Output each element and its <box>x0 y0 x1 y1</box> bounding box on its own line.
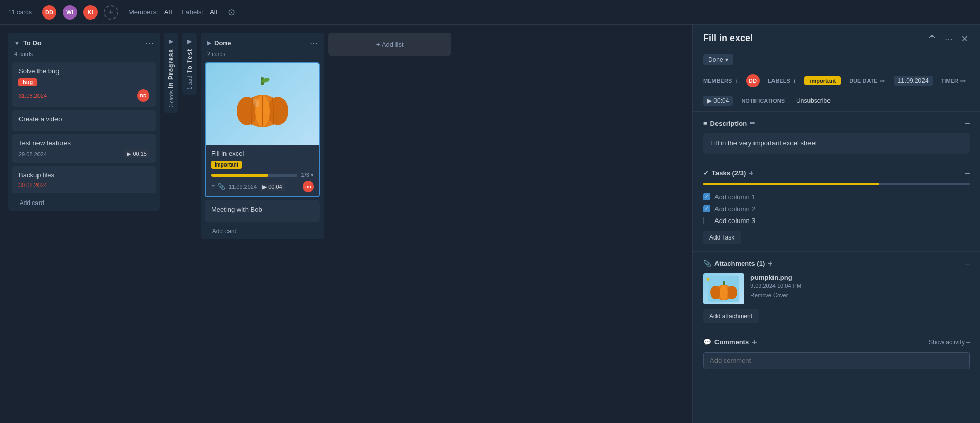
task-text-3: Add column 3 <box>714 217 756 225</box>
column-todo: ▼ To Do ⋯ 4 cards Solve the bug bug 31.0… <box>8 33 160 211</box>
tasks-check-icon: ✓ <box>703 169 709 177</box>
card-meeting-bob[interactable]: Meeting with Bob <box>205 200 320 222</box>
unsubscribe-button[interactable]: Unsubscribe <box>793 96 834 106</box>
add-list-label: + Add list <box>376 41 403 48</box>
meta-timer-label: TIMER <box>941 78 958 84</box>
tasks-title: Tasks (2/3) <box>712 169 746 177</box>
task-checkbox-2[interactable] <box>703 205 710 212</box>
github-icon[interactable]: ⊙ <box>228 7 235 18</box>
card-create-video[interactable]: Create a video <box>12 110 156 131</box>
collapse-arrow-todo[interactable]: ▼ <box>14 40 20 46</box>
collapse-arrow-done[interactable]: ▶ <box>207 40 211 46</box>
meta-members: MEMBERS + <box>703 77 738 85</box>
comments-add-icon[interactable]: + <box>752 338 757 347</box>
meta-members-add[interactable]: + <box>734 77 738 85</box>
attachments-add-icon[interactable]: + <box>768 259 772 268</box>
add-card-done[interactable]: + Add card <box>201 224 324 239</box>
meta-avatar-dd: DD <box>746 74 760 87</box>
comments-title-text: Comments <box>714 338 749 346</box>
attachments-collapse[interactable]: – <box>965 259 970 268</box>
add-card-todo[interactable]: + Add card <box>8 195 160 211</box>
add-task-button[interactable]: Add Task <box>703 231 741 244</box>
detail-delete-button[interactable]: 🗑 <box>926 33 938 45</box>
description-title: Description <box>710 120 747 127</box>
card-backup-files-date: 30.08.2024 <box>18 182 47 188</box>
tasks-progress-fill <box>703 183 879 185</box>
column-done: ▶ Done ⋯ 2 cards <box>201 33 324 239</box>
tasks-collapse[interactable]: – <box>965 169 970 178</box>
task-checkbox-3[interactable] <box>703 217 710 224</box>
card-test-features-date: 29.08.2024 <box>18 151 47 157</box>
meta-due-date-edit[interactable]: ✏ <box>880 77 885 85</box>
svg-point-4 <box>268 97 288 125</box>
detail-more-button[interactable]: ⋯ <box>943 33 955 45</box>
card-test-features[interactable]: Test new features 29.08.2024 ▶ 00:15 <box>12 134 156 163</box>
comments-header: 💬 Comments + Show activity – <box>693 330 980 352</box>
thumb-star-icon: ★ <box>705 275 711 283</box>
task-text-2: Add column 2 <box>714 205 756 213</box>
meta-label-important[interactable]: important <box>804 76 841 85</box>
add-comment-input[interactable] <box>703 352 970 369</box>
detail-close-button[interactable]: ✕ <box>959 33 970 45</box>
card-fill-in-excel[interactable]: Fill in excel important 2/3 ▾ <box>205 62 320 197</box>
detail-header-actions: 🗑 ⋯ ✕ <box>926 33 970 45</box>
to-test-title: To Test <box>186 49 193 73</box>
card-attach-icon: 📎 <box>218 183 225 190</box>
card-featured-timer: ▶ 00:04 <box>260 183 285 191</box>
show-activity-button[interactable]: Show activity – <box>929 339 970 346</box>
labels-filter[interactable]: All <box>210 8 217 16</box>
card-fill-in-excel-image <box>206 63 319 145</box>
status-done-badge[interactable]: Done ▾ <box>703 54 733 65</box>
in-progress-count: 3 cards <box>168 90 174 107</box>
card-featured-avatar: DD <box>303 181 314 192</box>
to-test-count: 1 card <box>187 76 193 90</box>
avatar-dd-card: DD <box>137 89 149 102</box>
meta-due-date: DUE DATE ✏ <box>849 77 885 85</box>
description-collapse[interactable]: – <box>965 119 970 128</box>
tasks-add-icon[interactable]: + <box>749 169 753 178</box>
column-done-count: 2 cards <box>201 51 324 60</box>
card-fill-in-excel-body: Fill in excel important 2/3 ▾ <box>206 145 319 196</box>
card-solve-bug-title: Solve the bug <box>18 67 149 75</box>
in-progress-title: In Progress <box>167 49 175 88</box>
detail-meta-row: MEMBERS + DD LABELS + important DUE DATE… <box>693 69 980 112</box>
card-backup-files[interactable]: Backup files 30.08.2024 <box>12 166 156 193</box>
meta-timer-value[interactable]: ▶ 00:04 <box>703 96 733 106</box>
attach-icon: 📎 <box>703 260 711 267</box>
remove-cover-link[interactable]: Remove Cover <box>750 292 788 298</box>
column-todo-menu[interactable]: ⋯ <box>145 38 154 48</box>
column-done-menu[interactable]: ⋯ <box>310 38 318 48</box>
avatar-wi[interactable]: WI <box>63 5 77 20</box>
column-to-test[interactable]: ▶ To Test 1 card <box>182 33 197 95</box>
avatar-ki[interactable]: KI <box>83 5 98 20</box>
column-todo-header: ▼ To Do ⋯ <box>8 33 160 51</box>
meta-labels-add[interactable]: + <box>793 77 797 85</box>
card-progress-text: 2/3 ▾ <box>301 172 314 178</box>
main-content: ▼ To Do ⋯ 4 cards Solve the bug bug 31.0… <box>0 25 980 423</box>
add-attachment-button[interactable]: Add attachment <box>703 309 759 323</box>
comments-bubble-icon: 💬 <box>703 338 711 346</box>
card-featured-date: 11.09.2024 <box>229 183 257 190</box>
card-solve-bug[interactable]: Solve the bug bug 31.08.2024 DD <box>12 62 156 107</box>
add-member-button[interactable]: + <box>104 5 118 20</box>
labels-label: Labels: <box>182 8 203 16</box>
column-done-header: ▶ Done ⋯ <box>201 33 324 51</box>
board-area: ▼ To Do ⋯ 4 cards Solve the bug bug 31.0… <box>0 25 692 423</box>
task-checkbox-1[interactable] <box>703 193 710 200</box>
avatar-dd[interactable]: DD <box>42 5 56 20</box>
status-done-label: Done <box>708 56 723 63</box>
card-meeting-bob-title: Meeting with Bob <box>211 206 314 213</box>
attachment-date: 9.09.2024 10:04 PM <box>750 283 970 289</box>
column-done-title: Done <box>214 39 231 47</box>
members-filter[interactable]: All <box>164 8 172 16</box>
attachments-title: Attachments (1) <box>714 260 765 267</box>
detail-title: Fill in excel <box>703 33 753 44</box>
task-item-1: Add column 1 <box>703 191 970 203</box>
meta-members-label: MEMBERS <box>703 78 732 84</box>
meta-due-date-value[interactable]: 11.09.2024 <box>894 76 933 86</box>
column-in-progress[interactable]: ▶ In Progress 3 cards <box>164 33 178 113</box>
description-edit-icon[interactable]: ✏ <box>750 120 755 127</box>
meta-timer-edit[interactable]: ✏ <box>960 77 966 85</box>
add-list-button[interactable]: + Add list <box>328 33 451 56</box>
tasks-section: ✓ Tasks (2/3) + – Add column 1 Add colum… <box>693 161 980 252</box>
